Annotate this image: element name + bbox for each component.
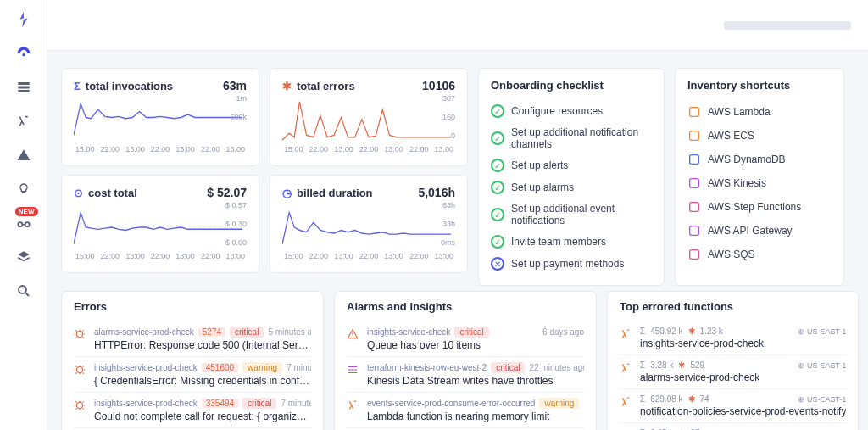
nav-bulb-icon[interactable] (14, 180, 33, 198)
svg-rect-9 (690, 131, 699, 141)
shortcut-label: AWS DynamoDB (708, 154, 786, 165)
aws-service-icon (687, 129, 701, 142)
func-stat1: 450.92 k (650, 327, 682, 336)
alarm-title: Kinesis Data Stream writes have throttle… (367, 375, 584, 387)
nav-alert-icon[interactable] (14, 146, 33, 165)
alarm-source: terraform-kinesis-row-eu-west-2 (367, 363, 487, 372)
metric-value: $ 52.07 (207, 186, 247, 199)
dollar-icon: ⊙ (74, 187, 83, 199)
severity-badge: critical (242, 398, 276, 409)
shortcut-item[interactable]: AWS SQS (687, 243, 832, 266)
shortcut-item[interactable]: AWS API Gateway (687, 219, 832, 243)
shortcut-item[interactable]: AWS ECS (687, 124, 832, 148)
sigma-icon: Σ (640, 360, 645, 370)
nav-dashboard-icon[interactable] (14, 44, 33, 63)
func-stat2: 74 (700, 394, 709, 404)
sigma-icon: Σ (640, 394, 645, 404)
error-source: alarms-service-prod-check (94, 327, 194, 337)
function-title: alarms-service-prod-check (640, 371, 846, 383)
x-axis: 15:0022:0013:0022:0013:0022:0013:00 (74, 252, 247, 260)
check-icon: ✕ (491, 257, 504, 271)
nav-servers-icon[interactable] (14, 78, 33, 97)
new-badge: NEW (15, 207, 38, 216)
function-item[interactable]: Σ6.45 k✱27⊕ US-EAST-1 metrics-service-pr… (620, 422, 846, 430)
nav-lambda-icon[interactable] (14, 112, 33, 131)
nav-layers-icon[interactable] (14, 248, 33, 266)
svg-rect-11 (690, 179, 699, 188)
errors-panel: Errors alarms-service-prod-check5274crit… (61, 291, 324, 430)
shortcut-label: AWS API Gateway (708, 225, 793, 237)
onboarding-checklist: Onboarding checklist ✓Configure resource… (478, 68, 665, 286)
severity-badge: critical (491, 362, 525, 373)
svg-point-17 (77, 403, 83, 409)
error-item[interactable]: insights-service-prod-check451600warning… (74, 356, 311, 392)
metric-value: 5,016h (418, 186, 455, 199)
svg-point-5 (25, 222, 29, 226)
function-item[interactable]: Σ3.28 k✱529⊕ US-EAST-1 alarms-service-pr… (620, 355, 846, 388)
metric-card-errors[interactable]: ✱total errors 10106 3071600 15:0022:0013… (270, 68, 468, 166)
checklist-item[interactable]: ✓Configure resources (491, 100, 652, 122)
check-icon: ✓ (491, 131, 504, 145)
inventory-shortcuts: Inventory shortcuts AWS LambdaAWS ECSAWS… (675, 68, 844, 286)
x-axis: 15:0022:0013:0022:0013:0022:0013:00 (282, 252, 455, 260)
region-tag: ⊕ US-EAST-1 (798, 395, 847, 404)
aws-service-icon (687, 105, 701, 119)
shortcut-item[interactable]: AWS DynamoDB (687, 148, 832, 171)
bug-icon: ✱ (688, 394, 695, 404)
metric-title: total invocations (86, 80, 173, 92)
check-icon: ✓ (491, 181, 504, 194)
svg-point-15 (77, 332, 83, 338)
error-title: { CredentialsError: Missing credentials … (94, 375, 311, 387)
panel-title: Errors (74, 300, 311, 313)
error-item[interactable]: insights-service-prod-check335494critica… (74, 392, 311, 427)
metric-card-invocations[interactable]: Σtotal invocations 63m 1m600k 15:0022:00… (61, 68, 259, 166)
checklist-label: Set up additional notification channels (511, 126, 652, 150)
error-time: 5 minutes ago (268, 327, 311, 337)
sparkline-errors (282, 96, 455, 145)
checklist-item[interactable]: ✓Set up alerts (491, 154, 652, 176)
bug-icon (74, 328, 87, 340)
svg-point-6 (19, 286, 26, 293)
top-errored-functions: Top errored functions Σ450.92 k✱1.23 k⊕ … (607, 291, 859, 430)
metric-card-billed[interactable]: ◷billed duration 5,016h 63h33h0ms 15:002… (270, 175, 468, 273)
shortcut-item[interactable]: AWS Kinesis (687, 171, 832, 195)
checklist-label: Configure resources (511, 105, 603, 117)
function-item[interactable]: Σ450.92 k✱1.23 k⊕ US-EAST-1 insights-ser… (620, 321, 846, 355)
checklist-item[interactable]: ✓Set up additional notification channels (491, 122, 652, 154)
checklist-item[interactable]: ✕Set up payment methods (491, 253, 652, 275)
nav-glasses-icon[interactable]: NEW (14, 214, 33, 232)
metric-card-cost[interactable]: ⊙cost total $ 52.07 $ 0.57$ 0.30$ 0.00 1… (61, 175, 259, 273)
alarm-source: events-service-prod-consume-error-occurr… (367, 399, 535, 408)
error-source: insights-service-prod-check (94, 399, 198, 408)
checklist-item[interactable]: ✓Set up additional event notifications (491, 198, 652, 231)
checklist-item[interactable]: ✓Invite team members (491, 231, 652, 253)
function-item[interactable]: Σ629.08 k✱74⊕ US-EAST-1 notification-pol… (620, 388, 846, 422)
check-icon: ✓ (491, 208, 504, 221)
alarms-panel: Alarms and insights insights-service-che… (334, 291, 597, 430)
alarm-item[interactable]: insights-service-checkcritical6 days ago… (347, 321, 584, 356)
checklist-label: Set up additional event notifications (511, 203, 652, 226)
checklist-item[interactable]: ✓Set up alarms (491, 176, 652, 198)
error-count: 451600 (202, 363, 238, 372)
check-icon: ✓ (491, 104, 504, 118)
svg-rect-10 (690, 155, 699, 165)
checklist-label: Set up alarms (511, 181, 574, 193)
severity-badge: critical (230, 327, 264, 338)
shortcut-label: AWS Kinesis (708, 177, 766, 189)
sidebar: NEW (0, 0, 47, 430)
alarm-time: 6 days ago (542, 327, 584, 337)
shortcut-item[interactable]: AWS Step Functions (687, 195, 832, 219)
lambda-icon (620, 362, 633, 374)
check-icon: ✓ (491, 159, 504, 172)
alarm-item[interactable]: terraform-kinesis-row-eu-west-2critical2… (347, 356, 584, 392)
nav-search-icon[interactable] (14, 282, 33, 300)
metric-title: billed duration (297, 187, 373, 199)
alarm-time: 2 hours ago (583, 399, 584, 408)
lambda-icon (620, 396, 633, 408)
alarm-item[interactable]: events-service-prod-consume-error-occurr… (347, 392, 584, 427)
metric-value: 63m (223, 79, 247, 92)
error-item[interactable]: alarms-service-prod-check5274critical5 m… (74, 321, 311, 356)
globe-icon: ⊕ (798, 361, 804, 370)
shortcut-item[interactable]: AWS Lambda (687, 100, 832, 124)
svg-point-16 (77, 367, 83, 373)
